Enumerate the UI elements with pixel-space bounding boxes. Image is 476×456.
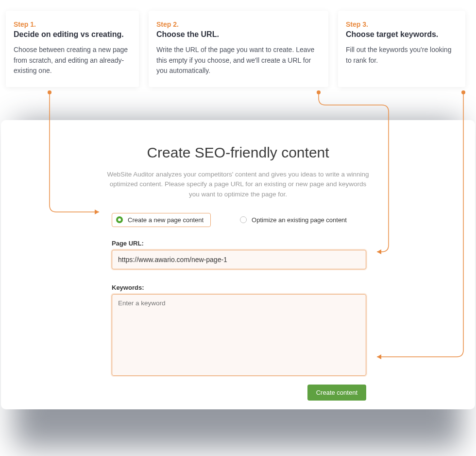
radio-label: Create a new page content [128, 216, 204, 224]
main-panel: Create SEO-friendly content WebSite Audi… [1, 120, 475, 409]
radio-icon [240, 216, 247, 223]
page-url-input[interactable] [112, 250, 366, 269]
step-number: Step 3. [346, 20, 458, 28]
svg-point-2 [461, 90, 465, 94]
radio-icon [116, 216, 123, 223]
keywords-input[interactable] [112, 294, 366, 376]
step-title: Choose target keywords. [346, 30, 458, 39]
radio-optimize-existing[interactable]: Optimize an existing page content [240, 213, 347, 227]
radio-create-new[interactable]: Create a new page content [112, 213, 211, 227]
step-card-2: Step 2. Choose the URL. Write the URL of… [149, 11, 328, 87]
step-title: Choose the URL. [156, 30, 321, 39]
radio-label: Optimize an existing page content [252, 216, 347, 224]
step-card-1: Step 1. Decide on editing vs creating. C… [6, 11, 139, 87]
url-label: Page URL: [112, 240, 364, 247]
keywords-field-block: Keywords: Create content [112, 284, 364, 401]
svg-point-0 [48, 90, 51, 94]
step-number: Step 1. [14, 20, 131, 28]
mode-radio-group: Create a new page content Optimize an ex… [112, 213, 475, 227]
step-description: Choose between creating a new page from … [14, 45, 131, 76]
page-title: Create SEO-friendly content [1, 144, 475, 161]
step-description: Write the URL of the page you want to cr… [156, 45, 321, 76]
create-content-button[interactable]: Create content [307, 385, 366, 401]
page-description: WebSite Auditor analyzes your competitor… [107, 170, 369, 199]
svg-point-1 [317, 90, 321, 94]
step-card-3: Step 3. Choose target keywords. Fill out… [338, 11, 465, 87]
url-field-block: Page URL: [112, 240, 364, 269]
step-description: Fill out the keywords you're looking to … [346, 45, 458, 66]
step-number: Step 2. [156, 20, 321, 28]
keywords-label: Keywords: [112, 284, 364, 291]
step-title: Decide on editing vs creating. [14, 30, 131, 39]
